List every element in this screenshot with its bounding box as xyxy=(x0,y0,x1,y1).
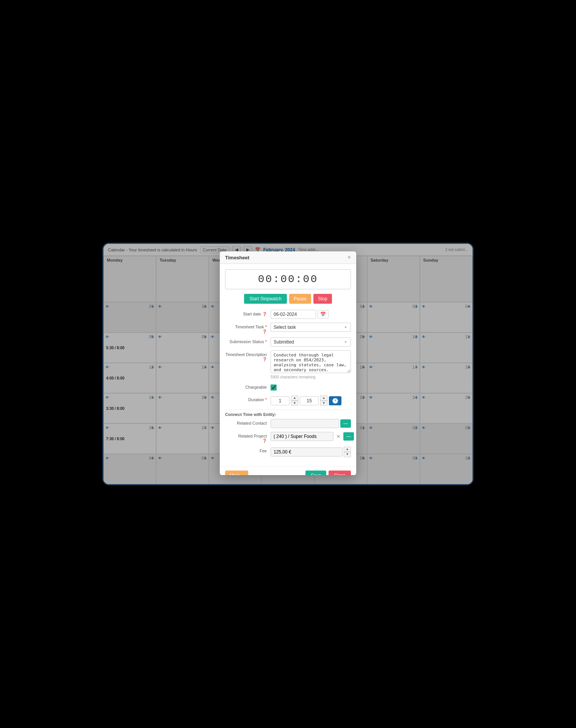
hours-spinner: ▲ ▼ xyxy=(291,395,298,406)
hours-down-button[interactable]: ▼ xyxy=(291,401,298,406)
fee-label: Fee xyxy=(225,447,271,453)
start-date-row: Start date ❓ 📅 xyxy=(225,310,351,319)
fee-row: Fee ▲ ▼ xyxy=(225,447,351,457)
related-project-add-button[interactable]: — xyxy=(343,432,354,441)
timer-display: 00:00:00 xyxy=(225,269,351,289)
fee-control: ▲ ▼ xyxy=(271,447,351,457)
footer-action-buttons: Save Close xyxy=(305,471,351,475)
duration-hours-input[interactable] xyxy=(271,396,290,405)
desc-help-icon: ❓ xyxy=(262,357,267,361)
hours-up-button[interactable]: ▲ xyxy=(291,395,298,401)
date-picker-button[interactable]: 📅 xyxy=(318,310,329,318)
start-date-label: Start date ❓ xyxy=(225,310,271,316)
modal-close-button[interactable]: × xyxy=(347,254,351,260)
pause-button[interactable]: Pause xyxy=(289,294,311,304)
fee-spinner: ▲ ▼ xyxy=(344,447,351,457)
related-project-control: ✕ — xyxy=(271,432,354,441)
modal-header: Timesheet × xyxy=(220,251,356,264)
project-help-icon: ❓ xyxy=(262,439,267,443)
start-date-help-icon: ❓ xyxy=(262,312,267,316)
minutes-spinner: ▲ ▼ xyxy=(320,395,327,406)
stop-button[interactable]: Stop xyxy=(313,294,332,304)
status-control: Submitted xyxy=(271,337,351,347)
stopwatch-buttons: Start Stopwatch Pause Stop xyxy=(225,294,351,304)
fee-input[interactable] xyxy=(271,447,343,457)
timesheet-modal: Timesheet × 00:00:00 Start Stopwatch Pau… xyxy=(220,251,356,475)
task-select[interactable]: Select task xyxy=(271,323,351,332)
chargeable-row: Chargeable xyxy=(225,383,351,392)
description-control: Conducted thorough legal research on 854… xyxy=(271,350,351,379)
submission-status-row: Submission Status * Submitted xyxy=(225,337,351,347)
save-button[interactable]: Save xyxy=(305,471,326,475)
chargeable-checkbox[interactable] xyxy=(271,384,277,391)
duration-control: ▲ ▼ ▲ ▼ 🕐 xyxy=(271,395,351,406)
modal-title: Timesheet xyxy=(225,255,249,260)
task-help-icon: ❓ xyxy=(262,329,267,334)
submission-status-label: Submission Status * xyxy=(225,337,271,344)
start-date-controls: 📅 xyxy=(271,310,351,319)
connect-entity-label: Connect Time with Entity: xyxy=(225,412,351,417)
minutes-down-button[interactable]: ▼ xyxy=(320,401,327,406)
description-row: Timesheet Description ❓ Conducted thorou… xyxy=(225,350,351,379)
related-project-input[interactable] xyxy=(271,432,333,441)
task-required-marker: * xyxy=(265,325,267,329)
timesheet-task-label: Timesheet Task * ❓ xyxy=(225,323,271,334)
more-button[interactable]: More ↓ xyxy=(225,471,248,475)
chargeable-label: Chargeable xyxy=(225,383,271,389)
start-stopwatch-button[interactable]: Start Stopwatch xyxy=(244,294,287,304)
fee-up-button[interactable]: ▲ xyxy=(344,447,351,452)
related-project-clear-button[interactable]: ✕ xyxy=(335,433,342,439)
divider xyxy=(225,410,351,410)
related-contact-control: — xyxy=(271,419,351,428)
modal-overlay: Timesheet × 00:00:00 Start Stopwatch Pau… xyxy=(103,244,473,484)
chars-remaining: 5900 characters remaining xyxy=(271,375,351,379)
duration-label: Duration * xyxy=(225,395,271,402)
related-project-row: Related Project ❓ ✕ — xyxy=(225,432,351,443)
clock-button[interactable]: 🕐 xyxy=(329,396,341,405)
duration-minutes-input[interactable] xyxy=(300,396,319,405)
duration-required-marker: * xyxy=(265,397,267,402)
modal-footer: More ↓ Save Close xyxy=(220,466,356,475)
timesheet-task-row: Timesheet Task * ❓ Select task xyxy=(225,323,351,334)
related-contact-row: Related Contact — xyxy=(225,419,351,428)
description-textarea[interactable]: Conducted thorough legal research on 854… xyxy=(271,350,351,373)
status-required-marker: * xyxy=(265,339,267,344)
screen-wrapper: Calendar - Your timesheet is calculated … xyxy=(102,243,474,485)
calendar-background: Calendar - Your timesheet is calculated … xyxy=(103,244,473,484)
close-button[interactable]: Close xyxy=(329,471,351,475)
start-date-input[interactable] xyxy=(271,310,316,319)
duration-row: Duration * ▲ ▼ ▲ ▼ xyxy=(225,395,351,406)
status-select[interactable]: Submitted xyxy=(271,337,351,347)
fee-down-button[interactable]: ▼ xyxy=(344,452,351,457)
related-contact-input[interactable] xyxy=(271,419,339,428)
description-label: Timesheet Description ❓ xyxy=(225,350,271,361)
minutes-up-button[interactable]: ▲ xyxy=(320,395,327,401)
task-control: Select task xyxy=(271,323,351,332)
chargeable-control xyxy=(271,383,351,392)
modal-body: 00:00:00 Start Stopwatch Pause Stop Star… xyxy=(220,264,356,466)
related-contact-add-button[interactable]: — xyxy=(340,419,351,428)
related-contact-label: Related Contact xyxy=(225,419,271,425)
related-project-label: Related Project ❓ xyxy=(225,432,271,443)
